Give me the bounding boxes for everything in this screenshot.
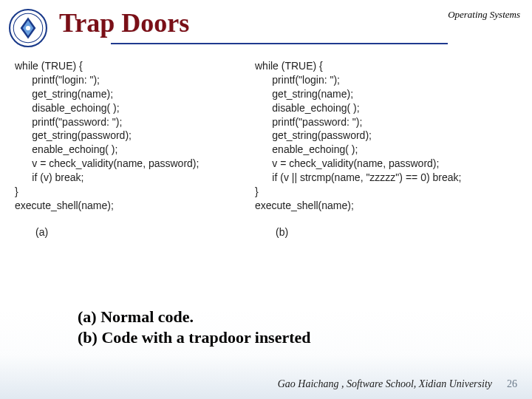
title-wrap: Trap Doors [59, 6, 448, 44]
code-b-label: (b) [255, 226, 528, 238]
caption-a: (a) Normal code. [78, 307, 311, 328]
code-a: while (TRUE) { printf("login: "); get_st… [15, 59, 255, 213]
course-label: Operating Systems [448, 6, 520, 21]
slide-header: Trap Doors Operating Systems [0, 0, 532, 47]
university-logo [9, 9, 47, 47]
slide-number: 26 [507, 378, 517, 390]
header-rule [111, 43, 448, 44]
code-area: while (TRUE) { printf("login: "); get_st… [0, 47, 532, 238]
slide-title: Trap Doors [59, 7, 448, 38]
caption-block: (a) Normal code. (b) Code with a trapdoo… [78, 307, 311, 349]
svg-point-2 [26, 26, 30, 30]
slide-footer: Gao Haichang , Software School, Xidian U… [278, 378, 517, 390]
code-column-a: while (TRUE) { printf("login: "); get_st… [15, 59, 255, 238]
footer-credit: Gao Haichang , Software School, Xidian U… [278, 378, 492, 390]
code-a-label: (a) [15, 226, 255, 238]
code-b: while (TRUE) { printf("login: "); get_st… [255, 59, 528, 213]
code-column-b: while (TRUE) { printf("login: "); get_st… [255, 59, 528, 238]
caption-b: (b) Code with a trapdoor inserted [78, 327, 311, 349]
